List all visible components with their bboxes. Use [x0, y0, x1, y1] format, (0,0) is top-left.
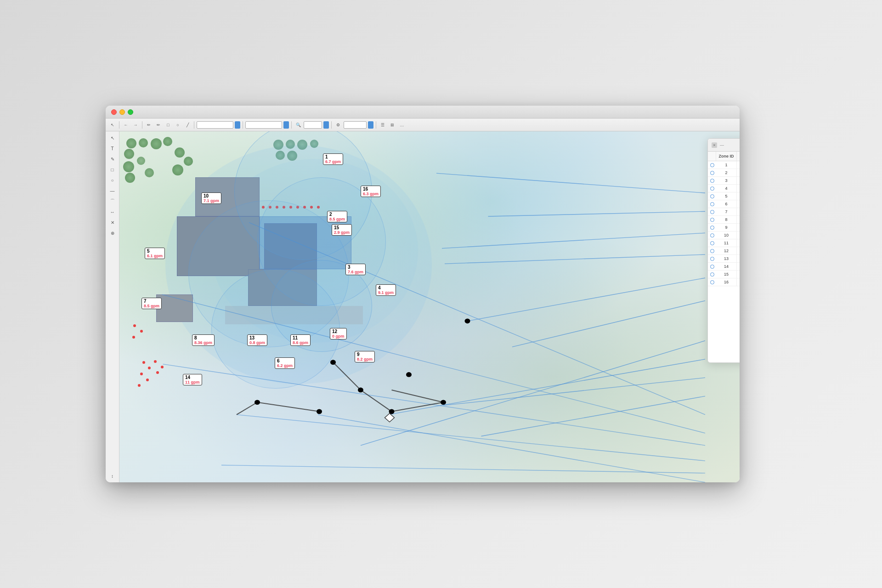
toolbar-separator-6 — [331, 121, 332, 129]
table-row[interactable]: 6 Control / Zone Hunter Industries® Drip… — [708, 200, 740, 208]
zone-label-11[interactable]: 11 8.6 gpm — [290, 334, 311, 346]
undo-btn[interactable]: ← — [122, 121, 130, 129]
tree-6 — [123, 161, 134, 172]
toolbar-input-2[interactable] — [245, 121, 282, 129]
table-row[interactable]: 14 Zone kit Hunter Industries® Drip Cont… — [708, 263, 740, 271]
table-row[interactable]: 2 Control / Zone Hunter Industries® Drip… — [708, 169, 740, 177]
row-indicator-cell — [708, 263, 716, 270]
zone-label-14[interactable]: 14 11 gpm — [183, 374, 202, 385]
draw-tool-1[interactable]: ✏ — [145, 121, 153, 129]
toolbar-blue-btn-4[interactable] — [368, 121, 373, 129]
cursor-tool[interactable]: ↖ — [108, 121, 117, 129]
toolbar-blue-btn-2[interactable] — [283, 121, 289, 129]
toolbar-blue-btn-3[interactable] — [323, 121, 329, 129]
row-indicator — [710, 249, 714, 253]
layers-tool[interactable]: ☰ — [379, 121, 387, 129]
table-row[interactable]: 10 Control / Zone Hunter Industries® 1 i… — [708, 232, 740, 239]
panel-body: Zone ID Type Manufacturer Series Model S… — [708, 152, 740, 362]
sidebar-text-icon[interactable]: T — [108, 144, 117, 153]
zoom-tool[interactable]: 🔍 — [294, 121, 302, 129]
plant-dot-2 — [148, 367, 151, 369]
sidebar-curve-icon[interactable]: ⌒ — [108, 197, 117, 206]
zone-label-13[interactable]: 13 0.8 gpm — [247, 334, 267, 346]
circle-tool[interactable]: ○ — [174, 121, 182, 129]
zone-label-1[interactable]: 1 6.7 gpm — [323, 153, 343, 165]
sidebar-draw-icon[interactable]: ✎ — [108, 154, 117, 164]
zone-label-4[interactable]: 4 9.1 gpm — [376, 284, 396, 296]
minimize-button[interactable] — [119, 109, 125, 115]
sidebar-delete-icon[interactable]: ✕ — [108, 218, 117, 227]
toolbar-input-4[interactable] — [344, 121, 367, 129]
zone-label-12[interactable]: 12 0 gpm — [330, 328, 347, 339]
toolbar-separator-2 — [142, 121, 142, 129]
table-row[interactable]: 4 Control / Zone Hunter Industries® Drip… — [708, 185, 740, 192]
zone-label-7[interactable]: 7 8.5 gpm — [141, 298, 162, 309]
zone-gpm-2: 8.5 gpm — [329, 217, 345, 221]
sidebar-shape-icon[interactable]: □ — [108, 165, 117, 174]
tree-5 — [124, 149, 134, 159]
col-zone-id: Zone ID — [716, 152, 737, 161]
draw-tool-2[interactable]: ✏ — [154, 121, 163, 129]
tree-2 — [139, 138, 148, 147]
sidebar-zoom-icon[interactable]: ⊕ — [108, 228, 117, 237]
sidebar-circle-icon[interactable]: ○ — [108, 175, 117, 185]
row-type: Zone kit — [737, 263, 740, 270]
table-row[interactable]: 11 Control / Zone Hunter Industries® 1 i… — [708, 239, 740, 247]
row-zone-id: 15 — [716, 271, 737, 278]
map-area[interactable]: 1 6.7 gpm 16 6.3 gpm 10 7.1 gpm 15 2.9 g… — [119, 131, 740, 482]
table-row[interactable]: 7 Control / Zone Hunter Industries® Drip… — [708, 208, 740, 216]
zone-label-15[interactable]: 15 2.9 gpm — [332, 224, 352, 236]
maximize-button[interactable] — [128, 109, 133, 115]
table-row[interactable]: 13 Zone kit Hunter Industries® Drip Cont… — [708, 255, 740, 263]
toolbar-input-1[interactable] — [197, 121, 233, 129]
table-row[interactable]: 1 Control / Zone Hunter Industries® 1 in… — [708, 161, 740, 169]
row-zone-id: 1 — [716, 161, 737, 169]
zone-gpm-7: 8.5 gpm — [144, 304, 159, 308]
row-indicator-cell — [708, 162, 716, 169]
sidebar-pan-icon[interactable]: ↕ — [108, 471, 117, 481]
zone-label-5[interactable]: 5 6.1 gpm — [145, 248, 165, 259]
line-tool[interactable]: ╱ — [183, 121, 192, 129]
table-row[interactable]: 9 Control / Zone Hunter Industries® Drip… — [708, 224, 740, 232]
table-row[interactable]: 5 Control / Zone Hunter Industries® Drip… — [708, 192, 740, 200]
zone-label-10[interactable]: 10 7.1 gpm — [201, 192, 221, 204]
redo-btn[interactable]: → — [131, 121, 140, 129]
schedule-panel: × — Irrigation Schedule Zone ID Type — [707, 138, 740, 363]
table-row[interactable]: 3 Control / Zone Hunter Industries® Drip… — [708, 177, 740, 185]
close-button[interactable] — [111, 109, 117, 115]
row-type: Control / Zone — [737, 247, 740, 254]
rect-tool[interactable]: □ — [164, 121, 172, 129]
main-content: ↖ T ✎ □ ○ — ⌒ ↔ ✕ ⊕ ↕ — [106, 131, 740, 482]
view-tool[interactable]: ⊞ — [388, 121, 396, 129]
row-type: Control / Zone — [737, 224, 740, 231]
row-indicator — [710, 272, 714, 277]
zone-number-5: 5 — [147, 249, 150, 254]
tree-7 — [125, 173, 135, 183]
more-tool[interactable]: … — [398, 121, 406, 129]
row-type: Control / Zone — [737, 232, 740, 239]
row-zone-id: 4 — [716, 185, 737, 192]
zone-label-9[interactable]: 9 8.2 gpm — [355, 351, 375, 362]
plant-dot-7 — [161, 366, 164, 368]
zone-label-16[interactable]: 16 6.3 gpm — [361, 186, 381, 197]
plant-dot-1 — [142, 361, 145, 364]
settings-tool[interactable]: ⚙ — [334, 121, 342, 129]
row-zone-id: 12 — [716, 247, 737, 254]
table-row[interactable]: 16 Zone kit Hunter Industries® Drip Cont… — [708, 278, 740, 286]
sidebar-line-icon[interactable]: — — [108, 186, 117, 195]
zone-label-8[interactable]: 8 8.36 gpm — [192, 334, 215, 346]
sidebar-cursor-icon[interactable]: ↖ — [108, 133, 117, 142]
toolbar-blue-btn-1[interactable] — [235, 121, 240, 129]
table-row[interactable]: 15 Zone kit Hunter Industries® Drip Cont… — [708, 271, 740, 278]
row-indicator — [710, 171, 714, 175]
col-indicator — [708, 152, 716, 161]
sidebar-measure-icon[interactable]: ↔ — [108, 207, 117, 216]
row-indicator — [710, 179, 714, 183]
panel-close-button[interactable]: × — [712, 142, 717, 148]
table-row[interactable]: 8 Control / Zone Hunter Industries® Drip… — [708, 216, 740, 224]
zone-label-6[interactable]: 6 6.2 gpm — [275, 357, 295, 369]
zone-label-3[interactable]: 3 7.6 gpm — [345, 264, 366, 275]
zone-label-2[interactable]: 2 8.5 gpm — [327, 211, 347, 222]
zoom-input[interactable] — [304, 121, 322, 129]
table-row[interactable]: 12 Control / Zone Hunter Industries® 1 i… — [708, 247, 740, 255]
